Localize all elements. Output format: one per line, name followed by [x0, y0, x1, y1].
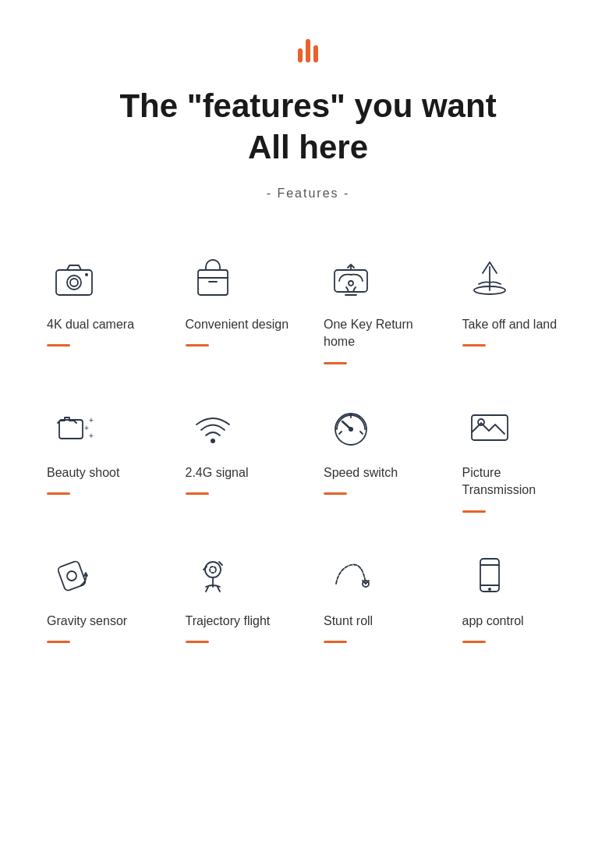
svg-point-2: [70, 279, 78, 286]
svg-line-26: [206, 587, 208, 592]
feature-design: Convenient design: [170, 240, 309, 388]
feature-speed: Speed switch: [308, 388, 447, 536]
svg-point-20: [478, 419, 484, 425]
design-label: Convenient design: [186, 316, 289, 333]
feature-app: app control: [447, 536, 586, 666]
bag-icon: [186, 255, 240, 302]
features-grid: 4K dual camera Convenient design: [31, 240, 585, 666]
audio-icon: [298, 31, 318, 62]
svg-point-24: [210, 567, 216, 573]
svg-rect-29: [480, 559, 499, 592]
phone-icon: [462, 552, 517, 599]
takeoff-icon: [462, 255, 517, 302]
trajectory-divider: [186, 641, 209, 643]
svg-text:+: +: [89, 416, 94, 425]
feature-camera: 4K dual camera: [31, 240, 170, 388]
svg-point-23: [205, 562, 221, 577]
beauty-label: Beauty shoot: [47, 464, 119, 481]
svg-point-6: [349, 281, 353, 286]
stunt-icon: [324, 552, 378, 599]
svg-rect-4: [198, 270, 228, 295]
feature-return-home: One Key Return home: [308, 240, 447, 388]
svg-text:+: +: [89, 432, 94, 440]
app-label: app control: [462, 613, 524, 630]
takeoff-label: Take off and land: [462, 316, 558, 333]
main-title: The "features" you want All here: [119, 86, 496, 168]
feature-picture: Picture Transmission: [447, 388, 586, 536]
speed-label: Speed switch: [324, 464, 398, 481]
gravity-label: Gravity sensor: [47, 613, 127, 630]
return-home-icon: [324, 255, 378, 302]
gravity-icon: [47, 552, 101, 599]
design-divider: [186, 344, 209, 346]
speed-divider: [324, 492, 347, 495]
return-home-label: One Key Return home: [324, 316, 439, 351]
gravity-divider: [47, 641, 70, 643]
svg-point-3: [85, 273, 88, 276]
camera-label: 4K dual camera: [47, 316, 134, 333]
svg-rect-8: [59, 420, 83, 439]
return-home-divider: [324, 362, 347, 364]
camera-divider: [47, 344, 70, 346]
picture-icon: [462, 403, 517, 450]
feature-stunt: Stunt roll: [308, 536, 447, 666]
takeoff-divider: [462, 344, 486, 346]
svg-point-15: [349, 427, 353, 432]
app-divider: [462, 641, 486, 643]
beauty-divider: [47, 492, 70, 495]
audio-bar-1: [298, 48, 303, 62]
camera-icon: [47, 255, 101, 302]
signal-divider: [186, 492, 209, 495]
feature-signal: 2.4G signal: [170, 388, 309, 536]
trajectory-icon: [186, 552, 240, 599]
stunt-divider: [324, 641, 347, 643]
stunt-label: Stunt roll: [324, 613, 373, 630]
section-label: - Features -: [267, 187, 350, 201]
svg-line-16: [339, 432, 342, 434]
speedometer-icon: [324, 403, 378, 450]
svg-point-32: [488, 588, 491, 591]
audio-bar-3: [313, 45, 318, 62]
svg-line-27: [218, 587, 220, 592]
picture-divider: [462, 510, 486, 513]
svg-point-1: [67, 275, 81, 290]
feature-gravity: Gravity sensor: [31, 536, 170, 666]
audio-bar-2: [306, 39, 310, 62]
feature-trajectory: Trajectory flight: [170, 536, 309, 666]
beauty-icon: + + +: [47, 403, 101, 450]
svg-point-12: [211, 439, 215, 443]
trajectory-label: Trajectory flight: [186, 613, 271, 630]
svg-rect-21: [57, 560, 86, 592]
picture-label: Picture Transmission: [462, 464, 578, 499]
feature-takeoff: Take off and land: [447, 240, 586, 388]
svg-point-22: [67, 571, 76, 581]
wifi-icon: [186, 403, 240, 450]
signal-label: 2.4G signal: [186, 464, 249, 481]
feature-beauty: + + + Beauty shoot: [31, 388, 170, 536]
svg-line-17: [360, 432, 363, 434]
page-wrapper: The "features" you want All here - Featu…: [0, 0, 616, 713]
